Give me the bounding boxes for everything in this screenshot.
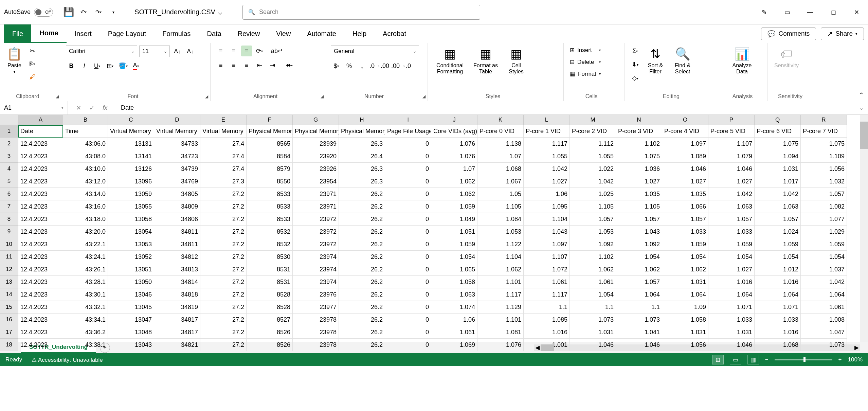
- cell[interactable]: 12.4.2023: [18, 276, 63, 288]
- number-format-combo[interactable]: General⌵: [331, 46, 419, 57]
- tab-formulas[interactable]: Formulas: [154, 24, 199, 43]
- cell[interactable]: 1.1: [524, 301, 570, 314]
- cell[interactable]: P-core 1 VID: [524, 125, 570, 138]
- format-painter-button[interactable]: 🖌: [27, 71, 38, 82]
- cell[interactable]: 8531: [247, 263, 293, 276]
- row-header-15[interactable]: 15: [0, 301, 18, 314]
- cell[interactable]: 0: [385, 213, 431, 226]
- cell[interactable]: 12.4.2023: [18, 314, 63, 326]
- cell[interactable]: 1.062: [431, 175, 477, 188]
- cell[interactable]: 1.043: [616, 226, 662, 238]
- col-header-F[interactable]: F: [247, 115, 293, 125]
- cell[interactable]: 27.2: [200, 339, 247, 351]
- collapse-ribbon-button[interactable]: ⌃: [859, 91, 864, 99]
- decrease-decimal-button[interactable]: .00→.0: [391, 60, 411, 71]
- cell[interactable]: 1.1: [570, 301, 616, 314]
- row-header-8[interactable]: 8: [0, 213, 18, 226]
- cell[interactable]: 43:24.1: [63, 251, 108, 263]
- cell[interactable]: 1.117: [477, 288, 524, 301]
- col-header-A[interactable]: A: [18, 115, 63, 125]
- col-header-P[interactable]: P: [708, 115, 755, 125]
- cell[interactable]: 1.074: [431, 301, 477, 314]
- zoom-out-button[interactable]: −: [765, 356, 768, 363]
- align-middle-button[interactable]: ≡: [228, 46, 239, 56]
- col-header-G[interactable]: G: [293, 115, 339, 125]
- cell[interactable]: 27.2: [200, 188, 247, 200]
- search-box[interactable]: 🔍: [242, 5, 480, 20]
- font-size-combo[interactable]: 11⌵: [139, 46, 170, 57]
- cell[interactable]: 27.2: [200, 200, 247, 213]
- cell[interactable]: 1.064: [755, 288, 801, 301]
- cell[interactable]: 1.051: [431, 226, 477, 238]
- cell[interactable]: 1.054: [801, 251, 847, 263]
- undo-button[interactable]: ↶▾: [77, 6, 90, 18]
- cell[interactable]: 27.4: [200, 163, 247, 175]
- tab-file[interactable]: File: [4, 24, 31, 43]
- cell[interactable]: 1.097: [662, 138, 708, 150]
- cell[interactable]: 1.042: [524, 163, 570, 175]
- cell[interactable]: 27.2: [200, 263, 247, 276]
- cell[interactable]: 26.2: [339, 339, 385, 351]
- cell[interactable]: 27.2: [200, 276, 247, 288]
- cell[interactable]: 1.037: [801, 263, 847, 276]
- col-header-Q[interactable]: Q: [755, 115, 801, 125]
- cell[interactable]: 23974: [293, 276, 339, 288]
- cell[interactable]: 12.4.2023: [18, 138, 63, 150]
- col-header-H[interactable]: H: [339, 115, 385, 125]
- fill-color-button[interactable]: 🪣▾: [117, 60, 128, 71]
- cell[interactable]: 1.054: [708, 251, 755, 263]
- cell[interactable]: 1.101: [477, 276, 524, 288]
- cell[interactable]: 8533: [247, 188, 293, 200]
- cell[interactable]: 1.016: [524, 326, 570, 339]
- cell[interactable]: 1.049: [431, 213, 477, 226]
- cell[interactable]: 1.033: [755, 314, 801, 326]
- cell[interactable]: 1.059: [431, 200, 477, 213]
- cell[interactable]: 1.092: [616, 238, 662, 251]
- cell[interactable]: 1.092: [570, 238, 616, 251]
- cell[interactable]: 1.097: [524, 238, 570, 251]
- font-name-combo[interactable]: Calibri⌵: [66, 46, 137, 57]
- cell[interactable]: 1.056: [801, 163, 847, 175]
- cell[interactable]: P-core 5 VID: [708, 125, 755, 138]
- cell[interactable]: 1.029: [801, 226, 847, 238]
- cell[interactable]: 1.059: [431, 238, 477, 251]
- cell[interactable]: 1.102: [616, 138, 662, 150]
- cell[interactable]: 1.031: [662, 326, 708, 339]
- cell[interactable]: 1.105: [616, 200, 662, 213]
- row-header-9[interactable]: 9: [0, 226, 18, 238]
- sensitivity-button[interactable]: 🏷Sensitivity: [772, 46, 801, 70]
- cell[interactable]: 12.4.2023: [18, 188, 63, 200]
- autosum-button[interactable]: Σ▾: [630, 46, 640, 56]
- cell[interactable]: 43:30.1: [63, 288, 108, 301]
- orientation-button[interactable]: ⟳▾: [254, 46, 265, 56]
- cell[interactable]: 23978: [293, 339, 339, 351]
- cell[interactable]: 8584: [247, 150, 293, 163]
- cell[interactable]: 8526: [247, 339, 293, 351]
- cell[interactable]: 0: [385, 150, 431, 163]
- cell[interactable]: 26.2: [339, 226, 385, 238]
- font-dialog[interactable]: ◢: [205, 94, 208, 99]
- cell[interactable]: 1.016: [708, 276, 755, 288]
- insert-cells-button[interactable]: ⊞Insert▾: [568, 46, 602, 55]
- cell[interactable]: 1.084: [477, 213, 524, 226]
- col-header-O[interactable]: O: [662, 115, 708, 125]
- cancel-formula-button[interactable]: ✕: [76, 104, 81, 112]
- align-left-button[interactable]: ≡: [215, 60, 226, 71]
- cell[interactable]: 34819: [154, 301, 200, 314]
- col-header-N[interactable]: N: [616, 115, 662, 125]
- cell[interactable]: 13046: [108, 288, 154, 301]
- cell[interactable]: 23972: [293, 238, 339, 251]
- cell[interactable]: 27.2: [200, 288, 247, 301]
- col-header-I[interactable]: I: [385, 115, 431, 125]
- cell[interactable]: 34817: [154, 314, 200, 326]
- view-page-layout-button[interactable]: ▭: [730, 355, 741, 364]
- cell[interactable]: 27.2: [200, 238, 247, 251]
- cell[interactable]: 0: [385, 226, 431, 238]
- cell[interactable]: 26.2: [339, 200, 385, 213]
- cell[interactable]: 13131: [108, 138, 154, 150]
- cell[interactable]: 1.089: [662, 150, 708, 163]
- cell[interactable]: 13043: [108, 339, 154, 351]
- cell[interactable]: 13047: [108, 314, 154, 326]
- cell[interactable]: 27.3: [200, 175, 247, 188]
- cell[interactable]: 1.075: [616, 150, 662, 163]
